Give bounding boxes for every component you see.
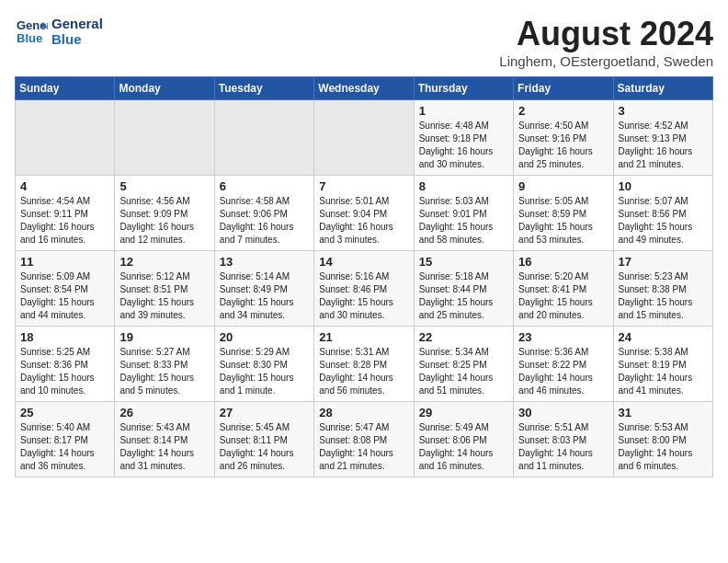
- weekday-header: Wednesday: [314, 77, 414, 100]
- cell-content: Sunrise: 5:01 AM Sunset: 9:04 PM Dayligh…: [319, 195, 408, 247]
- calendar-cell: 31Sunrise: 5:53 AM Sunset: 8:00 PM Dayli…: [613, 402, 712, 477]
- day-number: 10: [619, 179, 708, 193]
- calendar-week-row: 11Sunrise: 5:09 AM Sunset: 8:54 PM Dayli…: [16, 251, 713, 327]
- calendar-cell: 9Sunrise: 5:05 AM Sunset: 8:59 PM Daylig…: [514, 176, 613, 251]
- cell-content: Sunrise: 5:53 AM Sunset: 8:00 PM Dayligh…: [619, 421, 708, 473]
- title-block: August 2024 Linghem, OEstergoetland, Swe…: [499, 15, 713, 69]
- cell-content: Sunrise: 5:43 AM Sunset: 8:14 PM Dayligh…: [119, 421, 209, 473]
- calendar-cell: 24Sunrise: 5:38 AM Sunset: 8:19 PM Dayli…: [613, 327, 712, 402]
- calendar-cell: 4Sunrise: 4:54 AM Sunset: 9:11 PM Daylig…: [16, 176, 115, 251]
- calendar-cell: 5Sunrise: 4:56 AM Sunset: 9:09 PM Daylig…: [115, 176, 214, 251]
- day-number: 14: [319, 255, 408, 269]
- day-number: 1: [419, 104, 508, 118]
- calendar-week-row: 25Sunrise: 5:40 AM Sunset: 8:17 PM Dayli…: [16, 402, 713, 477]
- day-number: 3: [619, 104, 708, 118]
- cell-content: Sunrise: 5:14 AM Sunset: 8:49 PM Dayligh…: [220, 270, 309, 322]
- calendar-cell: 15Sunrise: 5:18 AM Sunset: 8:44 PM Dayli…: [414, 251, 513, 327]
- day-number: 27: [220, 406, 309, 419]
- weekday-header-row: SundayMondayTuesdayWednesdayThursdayFrid…: [16, 77, 713, 100]
- cell-content: Sunrise: 5:16 AM Sunset: 8:46 PM Dayligh…: [319, 270, 408, 322]
- cell-content: Sunrise: 5:36 AM Sunset: 8:22 PM Dayligh…: [518, 346, 608, 397]
- cell-content: Sunrise: 5:47 AM Sunset: 8:08 PM Dayligh…: [319, 421, 408, 473]
- cell-content: Sunrise: 5:18 AM Sunset: 8:44 PM Dayligh…: [419, 270, 508, 322]
- cell-content: Sunrise: 5:03 AM Sunset: 9:01 PM Dayligh…: [419, 195, 508, 247]
- calendar-week-row: 4Sunrise: 4:54 AM Sunset: 9:11 PM Daylig…: [16, 176, 713, 251]
- day-number: 24: [619, 330, 708, 344]
- calendar-cell: 11Sunrise: 5:09 AM Sunset: 8:54 PM Dayli…: [16, 251, 115, 327]
- day-number: 17: [619, 255, 708, 269]
- cell-content: Sunrise: 5:29 AM Sunset: 8:30 PM Dayligh…: [220, 346, 309, 397]
- logo-icon: General Blue: [15, 15, 48, 48]
- calendar-cell: 29Sunrise: 5:49 AM Sunset: 8:06 PM Dayli…: [414, 402, 513, 477]
- calendar-cell: [115, 100, 214, 176]
- day-number: 8: [419, 179, 508, 193]
- day-number: 28: [319, 406, 408, 419]
- weekday-header: Tuesday: [214, 77, 313, 100]
- cell-content: Sunrise: 5:45 AM Sunset: 8:11 PM Dayligh…: [220, 421, 309, 473]
- calendar-cell: 7Sunrise: 5:01 AM Sunset: 9:04 PM Daylig…: [314, 176, 414, 251]
- cell-content: Sunrise: 5:40 AM Sunset: 8:17 PM Dayligh…: [20, 421, 109, 473]
- calendar-week-row: 18Sunrise: 5:25 AM Sunset: 8:36 PM Dayli…: [16, 327, 713, 402]
- calendar-cell: 2Sunrise: 4:50 AM Sunset: 9:16 PM Daylig…: [514, 100, 613, 176]
- calendar-cell: 30Sunrise: 5:51 AM Sunset: 8:03 PM Dayli…: [514, 402, 613, 477]
- weekday-header: Thursday: [414, 77, 513, 100]
- calendar-cell: 6Sunrise: 4:58 AM Sunset: 9:06 PM Daylig…: [214, 176, 313, 251]
- calendar-cell: 27Sunrise: 5:45 AM Sunset: 8:11 PM Dayli…: [214, 402, 313, 477]
- calendar-cell: 23Sunrise: 5:36 AM Sunset: 8:22 PM Dayli…: [514, 327, 613, 402]
- logo: General Blue General Blue: [15, 15, 103, 48]
- cell-content: Sunrise: 5:12 AM Sunset: 8:51 PM Dayligh…: [119, 270, 209, 322]
- calendar-cell: 12Sunrise: 5:12 AM Sunset: 8:51 PM Dayli…: [115, 251, 214, 327]
- cell-content: Sunrise: 5:05 AM Sunset: 8:59 PM Dayligh…: [518, 195, 608, 247]
- calendar-cell: 18Sunrise: 5:25 AM Sunset: 8:36 PM Dayli…: [16, 327, 115, 402]
- calendar-cell: 10Sunrise: 5:07 AM Sunset: 8:56 PM Dayli…: [613, 176, 712, 251]
- day-number: 6: [220, 179, 309, 193]
- cell-content: Sunrise: 5:23 AM Sunset: 8:38 PM Dayligh…: [619, 270, 708, 322]
- calendar-cell: 16Sunrise: 5:20 AM Sunset: 8:41 PM Dayli…: [514, 251, 613, 327]
- cell-content: Sunrise: 5:34 AM Sunset: 8:25 PM Dayligh…: [419, 346, 508, 397]
- day-number: 26: [119, 406, 209, 419]
- cell-content: Sunrise: 5:49 AM Sunset: 8:06 PM Dayligh…: [419, 421, 508, 473]
- day-number: 25: [20, 406, 109, 419]
- cell-content: Sunrise: 5:09 AM Sunset: 8:54 PM Dayligh…: [20, 270, 109, 322]
- calendar-week-row: 1Sunrise: 4:48 AM Sunset: 9:18 PM Daylig…: [16, 100, 713, 176]
- calendar-cell: 19Sunrise: 5:27 AM Sunset: 8:33 PM Dayli…: [115, 327, 214, 402]
- weekday-header: Friday: [514, 77, 613, 100]
- calendar-cell: 28Sunrise: 5:47 AM Sunset: 8:08 PM Dayli…: [314, 402, 414, 477]
- day-number: 12: [119, 255, 209, 269]
- calendar-cell: 13Sunrise: 5:14 AM Sunset: 8:49 PM Dayli…: [214, 251, 313, 327]
- day-number: 18: [20, 330, 109, 344]
- day-number: 16: [518, 255, 608, 269]
- calendar-cell: 14Sunrise: 5:16 AM Sunset: 8:46 PM Dayli…: [314, 251, 414, 327]
- calendar-cell: 25Sunrise: 5:40 AM Sunset: 8:17 PM Dayli…: [16, 402, 115, 477]
- calendar-table: SundayMondayTuesdayWednesdayThursdayFrid…: [15, 76, 713, 477]
- cell-content: Sunrise: 4:58 AM Sunset: 9:06 PM Dayligh…: [220, 195, 309, 247]
- calendar-cell: 26Sunrise: 5:43 AM Sunset: 8:14 PM Dayli…: [115, 402, 214, 477]
- cell-content: Sunrise: 4:54 AM Sunset: 9:11 PM Dayligh…: [20, 195, 109, 247]
- calendar-cell: 22Sunrise: 5:34 AM Sunset: 8:25 PM Dayli…: [414, 327, 513, 402]
- calendar-cell: 17Sunrise: 5:23 AM Sunset: 8:38 PM Dayli…: [613, 251, 712, 327]
- day-number: 13: [220, 255, 309, 269]
- day-number: 9: [518, 179, 608, 193]
- day-number: 19: [119, 330, 209, 344]
- calendar-cell: [314, 100, 414, 176]
- cell-content: Sunrise: 4:52 AM Sunset: 9:13 PM Dayligh…: [619, 120, 708, 171]
- location: Linghem, OEstergoetland, Sweden: [499, 53, 713, 69]
- calendar-cell: 20Sunrise: 5:29 AM Sunset: 8:30 PM Dayli…: [214, 327, 313, 402]
- day-number: 20: [220, 330, 309, 344]
- cell-content: Sunrise: 5:31 AM Sunset: 8:28 PM Dayligh…: [319, 346, 408, 397]
- calendar-cell: [16, 100, 115, 176]
- day-number: 22: [419, 330, 508, 344]
- logo-blue: Blue: [51, 31, 103, 47]
- day-number: 4: [20, 179, 109, 193]
- day-number: 23: [518, 330, 608, 344]
- day-number: 11: [20, 255, 109, 269]
- weekday-header: Monday: [115, 77, 214, 100]
- day-number: 2: [518, 104, 608, 118]
- day-number: 31: [619, 406, 708, 419]
- weekday-header: Saturday: [613, 77, 712, 100]
- day-number: 7: [319, 179, 408, 193]
- calendar-cell: 1Sunrise: 4:48 AM Sunset: 9:18 PM Daylig…: [414, 100, 513, 176]
- day-number: 5: [119, 179, 209, 193]
- cell-content: Sunrise: 4:56 AM Sunset: 9:09 PM Dayligh…: [119, 195, 209, 247]
- day-number: 21: [319, 330, 408, 344]
